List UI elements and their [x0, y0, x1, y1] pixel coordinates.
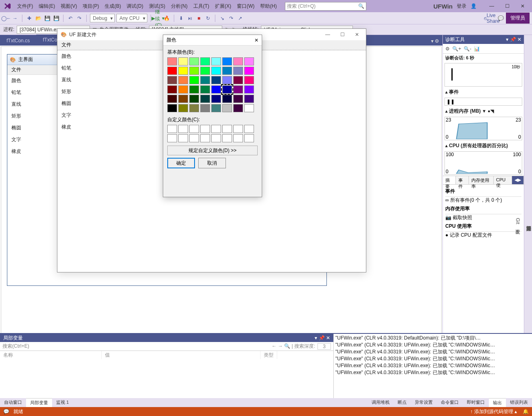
diag-events-track[interactable]: ❚❚ — [444, 98, 522, 106]
open-icon[interactable]: 📂 — [35, 15, 42, 22]
close-button[interactable]: ✕ — [516, 2, 530, 11]
step-over-icon[interactable]: ↷ — [228, 15, 235, 22]
color-swatch[interactable] — [178, 67, 188, 75]
custom-swatch[interactable] — [222, 125, 232, 133]
custom-swatch[interactable] — [244, 125, 254, 133]
col-value[interactable]: 值 — [102, 351, 261, 359]
diag-mem-chart[interactable]: 2323 00 — [444, 117, 522, 140]
tool-ellipse[interactable]: 椭圆 — [7, 122, 30, 134]
color-swatch[interactable] — [233, 85, 243, 94]
color-swatch[interactable] — [233, 57, 243, 65]
tab-ftxtcon[interactable]: fTxtCon.cs — [0, 36, 36, 46]
newfile-min-icon[interactable]: — — [322, 32, 333, 37]
color-swatch[interactable] — [178, 57, 188, 65]
stop-icon[interactable]: ■ — [195, 15, 203, 22]
custom-swatch[interactable] — [233, 125, 243, 133]
locals-controls[interactable]: ▾ 📌 ✕ — [315, 335, 330, 341]
menu-analyze[interactable]: 分析(N) — [169, 1, 190, 11]
custom-swatch[interactable] — [200, 134, 210, 142]
newfile-menu-file[interactable]: 文件 — [57, 40, 75, 50]
panel-controls[interactable]: ▾ 📌 ✕ — [506, 37, 521, 42]
diag-tab-cpu[interactable]: CPU 使 — [494, 176, 512, 184]
color-swatch[interactable] — [189, 85, 199, 94]
status-bell-icon[interactable]: 🔔 — [523, 409, 529, 414]
custom-swatch[interactable] — [244, 134, 254, 142]
liveshare-button[interactable]: ⎋ Live Share — [488, 15, 495, 22]
login-button[interactable]: 登录 — [457, 3, 466, 10]
btab-breakpoints[interactable]: 断点 — [394, 398, 411, 407]
user-icon[interactable]: 👤 — [471, 3, 477, 9]
menu-edit[interactable]: 编辑(E) — [36, 1, 57, 11]
col-type[interactable]: 类型 — [261, 351, 277, 359]
color-dialog[interactable]: 颜色✕ 基本颜色(B): 自定义颜色(C): 规定自定义颜色(D) >> 确定 … — [163, 35, 262, 197]
color-swatch[interactable] — [167, 76, 177, 84]
custom-swatch[interactable] — [200, 125, 210, 133]
color-swatch[interactable] — [189, 57, 199, 65]
menu-help[interactable]: 帮助(H) — [258, 1, 279, 11]
btab-command[interactable]: 命令窗口 — [437, 398, 463, 407]
newfile-close-icon[interactable]: ✕ — [351, 32, 363, 37]
undo-icon[interactable]: ↶ — [67, 15, 74, 22]
btab-callstack[interactable]: 调用堆栈 — [368, 398, 394, 407]
status-scm[interactable]: ↑ 添加到源代码管理 ▴ — [470, 408, 517, 415]
color-cancel-button[interactable]: 取消 — [198, 158, 226, 168]
color-swatch[interactable] — [178, 95, 188, 103]
custom-swatch[interactable] — [167, 125, 177, 133]
menu-window[interactable]: 窗口(W) — [234, 1, 257, 11]
define-custom-button[interactable]: 规定自定义颜色(D) >> — [167, 146, 258, 155]
btab-autos[interactable]: 自动窗口 — [0, 398, 26, 407]
color-swatch[interactable] — [222, 104, 232, 112]
custom-swatch[interactable] — [178, 125, 188, 133]
tool-eraser[interactable]: 橡皮 — [7, 146, 30, 157]
restart-icon[interactable]: ↻ — [204, 15, 212, 22]
menu-tools[interactable]: 工具(T) — [191, 1, 212, 11]
custom-swatch[interactable] — [233, 134, 243, 142]
diag-tab-mem[interactable]: 内存使用率 — [469, 176, 494, 184]
color-swatch[interactable] — [244, 57, 254, 65]
color-swatch[interactable] — [200, 76, 210, 84]
color-swatch[interactable] — [233, 76, 243, 84]
btab-exceptions[interactable]: 异常设置 — [411, 398, 437, 407]
hot-reload-icon[interactable]: 🔥 — [163, 15, 171, 22]
color-swatch[interactable] — [178, 76, 188, 84]
nf-tool-ellipse[interactable]: 椭圆 — [57, 98, 80, 109]
custom-swatch[interactable] — [189, 125, 199, 133]
diag-all-events[interactable]: ∞ 所有事件(0 个，共 0 个) — [445, 197, 521, 204]
color-swatch[interactable] — [167, 95, 177, 103]
color-swatch[interactable] — [222, 76, 232, 84]
tool-pencil[interactable]: 铅笔 — [7, 87, 30, 98]
config-combo[interactable]: Debug — [90, 14, 115, 22]
diag-tab-events[interactable]: 事件 — [456, 176, 469, 184]
color-swatch[interactable] — [200, 57, 210, 65]
color-swatch[interactable] — [189, 76, 199, 84]
color-swatch[interactable] — [222, 95, 232, 103]
menu-debug[interactable]: 调试(D) — [124, 1, 146, 11]
diag-settings-icon[interactable]: ⚙ — [445, 46, 450, 52]
nf-tool-text[interactable]: 文字 — [57, 109, 80, 121]
menu-extensions[interactable]: 扩展(X) — [212, 1, 234, 11]
btab-errors[interactable]: 错误列表 — [506, 398, 532, 407]
depth-combo[interactable]: 3 — [317, 343, 331, 350]
diag-tab-summary[interactable]: 摘要 — [443, 176, 456, 184]
color-swatch[interactable] — [167, 57, 177, 65]
color-ok-button[interactable]: 确定 — [167, 158, 195, 168]
color-swatch[interactable] — [244, 104, 254, 112]
nf-tool-rect[interactable]: 矩形 — [57, 86, 80, 98]
color-swatch[interactable] — [200, 85, 210, 94]
custom-swatch[interactable] — [178, 134, 188, 142]
save-icon[interactable]: 💾 — [44, 15, 51, 22]
color-swatch[interactable] — [222, 57, 232, 65]
diag-zoomin-icon[interactable]: 🔍+ — [452, 46, 461, 52]
color-swatch[interactable] — [200, 95, 210, 103]
color-swatch[interactable] — [178, 104, 188, 112]
color-swatch[interactable] — [233, 67, 243, 75]
nf-tool-pencil[interactable]: 铅笔 — [57, 62, 80, 74]
color-swatch[interactable] — [211, 57, 221, 65]
tool-text[interactable]: 文字 — [7, 134, 30, 146]
btab-immediate[interactable]: 即时窗口 — [463, 398, 489, 407]
redo-icon[interactable]: ↷ — [76, 15, 83, 22]
color-swatch[interactable] — [244, 95, 254, 103]
newfile-max-icon[interactable]: ☐ — [337, 32, 348, 37]
btab-output[interactable]: 输出 — [489, 398, 506, 407]
menu-build[interactable]: 生成(B) — [102, 1, 123, 11]
